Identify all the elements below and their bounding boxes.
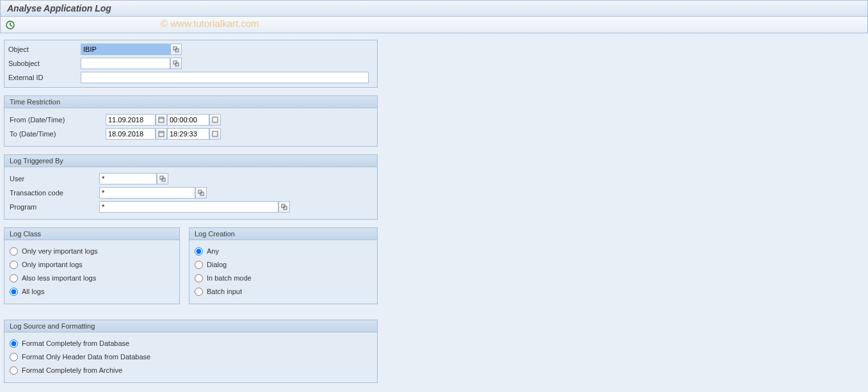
- log-source-opt2[interactable]: Format Only Header Data from Database: [10, 350, 372, 363]
- log-creation-opt1-label: Any: [207, 247, 219, 255]
- tcode-input[interactable]: [99, 187, 195, 199]
- subobject-f4-icon[interactable]: [170, 58, 182, 69]
- log-class-opt1-label: Only very important logs: [22, 247, 98, 255]
- from-date-input[interactable]: [106, 114, 156, 126]
- subobject-input[interactable]: [81, 58, 170, 69]
- external-id-label: External ID: [7, 74, 81, 81]
- log-class-opt2[interactable]: Only important logs: [10, 258, 174, 271]
- log-source-opt3[interactable]: Format Completely from Archive: [10, 364, 372, 377]
- log-class-opt4[interactable]: All logs: [10, 285, 174, 298]
- to-date-label: To (Date/Time): [10, 130, 106, 138]
- toolbar: © www.tutorialkart.com: [0, 17, 868, 33]
- subobject-label: Subobject: [7, 60, 81, 67]
- program-f4-icon[interactable]: [278, 201, 290, 213]
- object-f4-icon[interactable]: [170, 44, 182, 55]
- log-class-opt1[interactable]: Only very important logs: [10, 245, 174, 257]
- program-input[interactable]: [99, 201, 278, 213]
- log-triggered-by-title: Log Triggered By: [4, 155, 377, 167]
- tcode-f4-icon[interactable]: [195, 187, 207, 199]
- log-source-group: Log Source and Formatting Format Complet…: [4, 320, 378, 383]
- svg-rect-8: [159, 131, 164, 136]
- log-class-opt2-label: Only important logs: [22, 261, 83, 268]
- log-class-group: Log Class Only very important logs Only …: [4, 227, 180, 304]
- log-creation-opt3-label: In batch mode: [207, 274, 252, 282]
- log-class-title: Log Class: [4, 228, 179, 240]
- log-creation-opt4-label: Batch input: [207, 288, 242, 295]
- user-input[interactable]: [99, 173, 157, 184]
- log-creation-opt3[interactable]: In batch mode: [195, 272, 372, 284]
- log-source-title: Log Source and Formatting: [4, 320, 377, 332]
- external-id-input[interactable]: [81, 72, 369, 83]
- to-time-f4-icon[interactable]: [209, 128, 221, 140]
- log-source-opt3-label: Format Completely from Archive: [22, 366, 122, 374]
- svg-rect-5: [159, 117, 164, 122]
- execute-icon[interactable]: [4, 19, 16, 31]
- svg-rect-7: [213, 117, 218, 122]
- log-source-opt2-label: Format Only Header Data from Database: [22, 353, 150, 361]
- log-creation-opt2-label: Dialog: [207, 261, 227, 268]
- log-creation-opt4[interactable]: Batch input: [195, 285, 372, 298]
- user-label: User: [10, 175, 99, 183]
- log-class-opt3-label: Also less important logs: [22, 274, 96, 282]
- log-creation-title: Log Creation: [189, 228, 377, 240]
- log-triggered-by-group: Log Triggered By User Transaction code P…: [4, 154, 378, 220]
- log-creation-opt2[interactable]: Dialog: [195, 258, 372, 271]
- to-date-input[interactable]: [106, 128, 156, 140]
- time-restriction-title: Time Restriction: [4, 96, 377, 108]
- object-label: Object: [7, 45, 81, 53]
- user-f4-icon[interactable]: [157, 173, 168, 184]
- tcode-label: Transaction code: [10, 189, 99, 197]
- basic-block: Object Subobject External ID: [4, 40, 378, 88]
- watermark-text: © www.tutorialkart.com: [161, 18, 259, 29]
- log-creation-opt1[interactable]: Any: [195, 245, 372, 257]
- object-input[interactable]: [81, 44, 170, 55]
- from-time-f4-icon[interactable]: [209, 114, 221, 126]
- log-source-opt1-label: Format Completely from Database: [22, 339, 129, 347]
- time-restriction-group: Time Restriction From (Date/Time) To (Da…: [4, 95, 378, 147]
- from-date-f4-icon[interactable]: [156, 114, 167, 126]
- log-class-opt4-label: All logs: [22, 288, 44, 295]
- page-title: Analyse Application Log: [0, 0, 868, 17]
- svg-rect-10: [213, 131, 218, 136]
- from-time-input[interactable]: [167, 114, 209, 126]
- from-date-label: From (Date/Time): [10, 116, 106, 124]
- program-label: Program: [10, 203, 99, 211]
- to-date-f4-icon[interactable]: [156, 128, 167, 140]
- log-class-opt3[interactable]: Also less important logs: [10, 272, 174, 284]
- log-source-opt1[interactable]: Format Completely from Database: [10, 337, 372, 350]
- to-time-input[interactable]: [167, 128, 209, 140]
- log-creation-group: Log Creation Any Dialog In batch mode Ba…: [189, 227, 378, 304]
